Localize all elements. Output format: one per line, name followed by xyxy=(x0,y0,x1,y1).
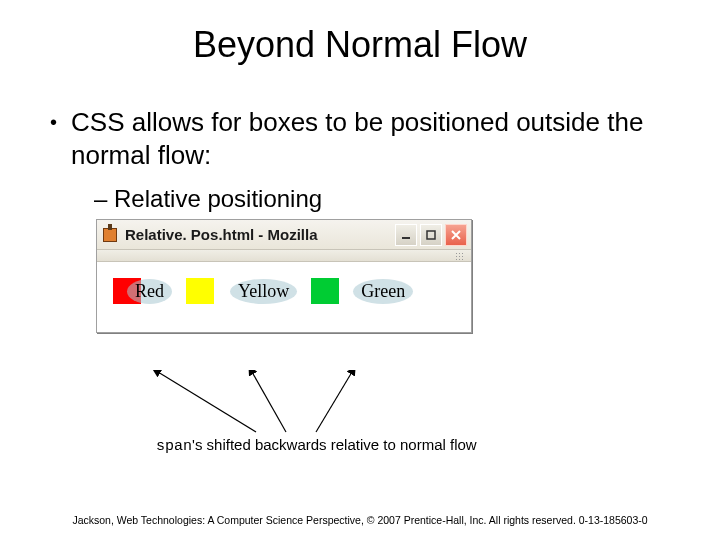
toolbar-grip-icon xyxy=(455,252,465,260)
callout-arrows xyxy=(96,370,576,490)
close-button[interactable] xyxy=(445,224,467,246)
minimize-button[interactable] xyxy=(395,224,417,246)
caption-code: span xyxy=(156,438,192,455)
slide-footer: Jackson, Web Technologies: A Computer Sc… xyxy=(0,514,720,526)
slide-title: Beyond Normal Flow xyxy=(0,0,720,66)
window-buttons-group xyxy=(395,224,467,246)
close-icon xyxy=(450,229,462,241)
svg-rect-1 xyxy=(427,231,435,239)
browser-title-text: Relative. Pos.html - Mozilla xyxy=(125,226,395,243)
bullet-dot: • xyxy=(50,110,57,135)
mozilla-app-icon xyxy=(101,226,119,244)
bullet-level-2: – Relative positioning xyxy=(94,185,670,213)
svg-line-2 xyxy=(158,372,256,432)
yellow-swatch xyxy=(186,278,214,304)
caption-text: span's shifted backwards relative to nor… xyxy=(156,436,477,455)
yellow-label-span: Yellow xyxy=(230,279,297,304)
bullet-level-1: • CSS allows for boxes to be positioned … xyxy=(50,106,670,171)
svg-rect-0 xyxy=(402,237,410,239)
green-swatch xyxy=(311,278,339,304)
green-label-span: Green xyxy=(353,279,413,304)
browser-titlebar: Relative. Pos.html - Mozilla xyxy=(97,220,471,250)
color-swatch-row: Red Yellow Green xyxy=(113,278,427,304)
svg-line-4 xyxy=(316,372,352,432)
svg-line-3 xyxy=(252,372,286,432)
caption-rest: 's shifted backwards relative to normal … xyxy=(192,436,477,453)
bullet-list: • CSS allows for boxes to be positioned … xyxy=(50,106,670,213)
red-label-span: Red xyxy=(127,279,172,304)
maximize-icon xyxy=(425,229,437,241)
bullet-1-text: CSS allows for boxes to be positioned ou… xyxy=(71,106,670,171)
browser-window-illustration: Relative. Pos.html - Mozilla Red Yellow … xyxy=(96,219,472,333)
minimize-icon xyxy=(400,229,412,241)
maximize-button[interactable] xyxy=(420,224,442,246)
browser-content-area: Red Yellow Green xyxy=(97,262,471,332)
browser-toolbar-strip xyxy=(97,250,471,262)
